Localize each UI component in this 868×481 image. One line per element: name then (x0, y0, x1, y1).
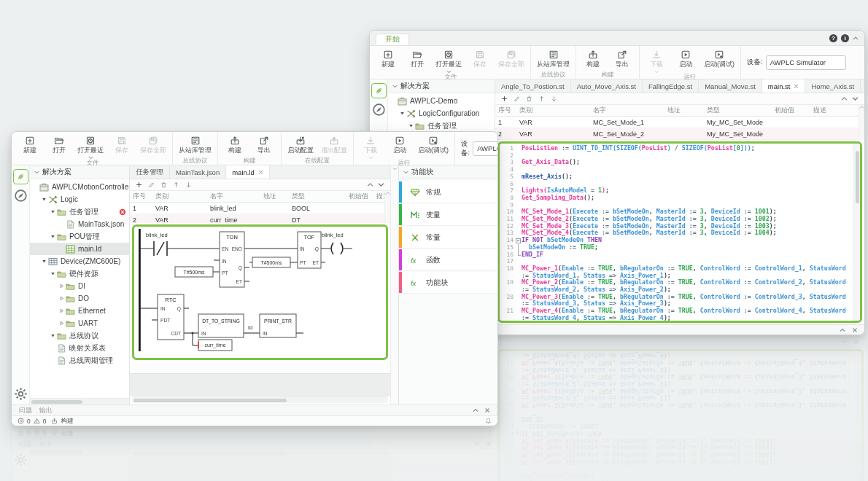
tree-item-logic[interactable]: Logic (30, 193, 129, 206)
chevron-expanded-icon[interactable] (50, 234, 56, 239)
add-variable-button[interactable] (501, 95, 508, 102)
table-vertical-scrollbar[interactable] (859, 105, 864, 140)
build-button[interactable]: 构建 (220, 133, 249, 155)
save-all-button[interactable]: 保存全部 (136, 133, 170, 155)
chevron-up-icon[interactable] (840, 327, 845, 333)
open-recent-button[interactable]: 打开最近 (432, 47, 465, 74)
tree-item-logic-configuration[interactable]: LogicConfiguration (388, 107, 495, 120)
online-config-button[interactable]: 启动配置 (284, 133, 317, 155)
palette-item-function-blocks[interactable]: fx功能块 (399, 272, 497, 294)
chevron-expanded-icon[interactable] (399, 111, 406, 116)
tab-close-icon[interactable] (258, 170, 263, 175)
tree-item-task-management[interactable]: 任务管理 (30, 206, 129, 218)
print-str-block[interactable]: PRINT_STR IN (260, 314, 303, 337)
export-button[interactable]: 导出 (249, 133, 279, 155)
coil-blink-led[interactable]: blink_led (321, 232, 352, 254)
table-row[interactable]: 2VARcurr_timeDT (130, 214, 390, 223)
fold-marker-icon[interactable] (515, 237, 522, 244)
chevron-collapsed-icon[interactable] (58, 283, 65, 289)
dt-to-string-block[interactable]: DT_TO_STRING IN Id (198, 314, 260, 337)
ribbon-tab-start[interactable]: 开始 (376, 34, 409, 45)
nc-contact-blink-led[interactable]: blink_led (141, 232, 220, 256)
move-down-button[interactable] (185, 181, 192, 188)
code-vertical-scrollbar[interactable] (853, 144, 860, 321)
palette-item-functions[interactable]: fx函数 (399, 249, 497, 271)
settings-gear-icon[interactable] (14, 387, 28, 401)
tree-item-device-zmc600e[interactable]: Device(ZMC600E) (30, 255, 129, 267)
code-area[interactable]: 1PosListLen := UINT_TO_INT(SIZEOF(PosLis… (500, 144, 860, 321)
edit-variable-button[interactable] (514, 95, 520, 102)
tab-manual-move-axis[interactable]: Manual_Move_Axis.st (861, 79, 864, 93)
ladder-editor[interactable]: .w{stroke:#333;stroke-width:1.1;fill:non… (132, 224, 388, 360)
notification-bell-icon[interactable] (485, 418, 492, 424)
tof-pt-time-literal[interactable]: T#500ms (249, 257, 298, 267)
chevron-expanded-icon[interactable] (41, 259, 47, 264)
tab-close-icon[interactable] (794, 84, 799, 89)
tab-overflow-button[interactable] (383, 165, 390, 179)
exit-config-button[interactable]: 退出配置 (317, 133, 351, 155)
edit-variable-button[interactable] (148, 181, 155, 188)
open-button[interactable]: 打开 (403, 47, 432, 69)
start-button[interactable]: 启动 (385, 133, 414, 155)
slave-lib-button[interactable]: 从站库管理 (533, 47, 573, 69)
chevron-collapsed-icon[interactable] (58, 296, 65, 301)
new-button[interactable]: 新建 (373, 47, 403, 69)
collapse-table-button[interactable] (841, 95, 848, 102)
close-icon[interactable] (852, 327, 858, 333)
solution-explorer-icon[interactable] (371, 83, 387, 98)
tree-item-di[interactable]: DI (30, 280, 129, 292)
move-up-button[interactable] (173, 181, 179, 188)
tree-item-main-ld[interactable]: main.ld (30, 243, 129, 255)
export-button[interactable]: 导出 (608, 47, 637, 69)
tree-item-uart[interactable]: UART (30, 317, 129, 329)
help-icon[interactable]: ? (829, 34, 837, 42)
palette-item-general[interactable]: 常规 (399, 181, 497, 203)
chevron-up-icon[interactable] (473, 407, 478, 413)
tab-fallingedge[interactable]: FallingEdge.st (643, 79, 699, 93)
chevron-down-icon[interactable] (34, 171, 39, 174)
tree-item-bus-protocol[interactable]: 总线协议 (30, 329, 129, 342)
save-all-button[interactable]: 保存全部 (495, 47, 528, 69)
tree-item-mapping-table[interactable]: 映射关系表 (30, 342, 129, 354)
tree-item-hardware-resources[interactable]: 硬件资源 (30, 267, 129, 280)
chevron-expanded-icon[interactable] (41, 197, 47, 202)
add-variable-button[interactable] (136, 181, 142, 188)
new-button[interactable]: 新建 (15, 133, 44, 155)
table-row[interactable]: 2VARMC_Set_Mode_2My_MC_Set_Mode (495, 128, 864, 140)
tree-item-do[interactable]: DO (30, 292, 129, 305)
chevron-down-icon[interactable] (403, 171, 408, 174)
slave-lib-button[interactable]: 从站库管理 (175, 133, 215, 155)
pt-time-literal[interactable]: T#500ms (175, 267, 220, 277)
delete-variable-button[interactable] (160, 181, 167, 188)
tab-auto-move-axis[interactable]: Auto_Move_Axis.st (571, 79, 643, 93)
navigator-icon[interactable] (372, 103, 386, 117)
save-button[interactable]: 保存 (465, 47, 495, 69)
tree-item-awplc-motion-controller[interactable]: AWPLCMotionController59 (30, 181, 129, 193)
output-tab[interactable]: 输出 (39, 406, 53, 415)
tree-item-maintask-json[interactable]: MainTask.json (30, 218, 129, 230)
chevron-expanded-icon[interactable] (408, 123, 414, 128)
rtc-block[interactable]: RTC IN PDT Q CDT (141, 294, 198, 340)
chevron-expanded-icon[interactable] (50, 209, 56, 214)
tree-item-task-management[interactable]: 任务管理 (388, 120, 495, 132)
editor-horizontal-scrollbar[interactable] (132, 396, 388, 403)
collapse-table-button[interactable] (367, 181, 373, 188)
chevron-collapsed-icon[interactable] (58, 308, 65, 313)
open-recent-button[interactable]: 打开最近 (74, 133, 107, 160)
build-button[interactable]: 构建 (578, 47, 608, 69)
problems-tab[interactable]: 问题 (19, 406, 32, 415)
editor-vertical-scrollbar[interactable] (390, 165, 398, 404)
close-icon[interactable] (484, 407, 490, 413)
solution-explorer-icon[interactable] (13, 169, 28, 184)
tab-manual-move[interactable]: Manual_Move.st (699, 79, 762, 93)
build-status-label[interactable]: 构建 (61, 417, 73, 426)
tree-item-awplc-demo[interactable]: AWPLC-Demo (388, 95, 495, 107)
tab-task-management[interactable]: 任务管理 (130, 165, 170, 179)
expand-table-button[interactable] (378, 181, 384, 188)
info-icon[interactable]: i (841, 34, 849, 42)
table-row[interactable]: 1VARMC_Set_Mode_1My_MC_Set_Mode (495, 117, 864, 128)
palette-item-constants[interactable]: 常量 (399, 227, 497, 249)
download-button[interactable]: 下载 (642, 47, 671, 74)
chevron-collapsed-icon[interactable] (58, 321, 65, 326)
expand-table-button[interactable] (852, 95, 859, 102)
